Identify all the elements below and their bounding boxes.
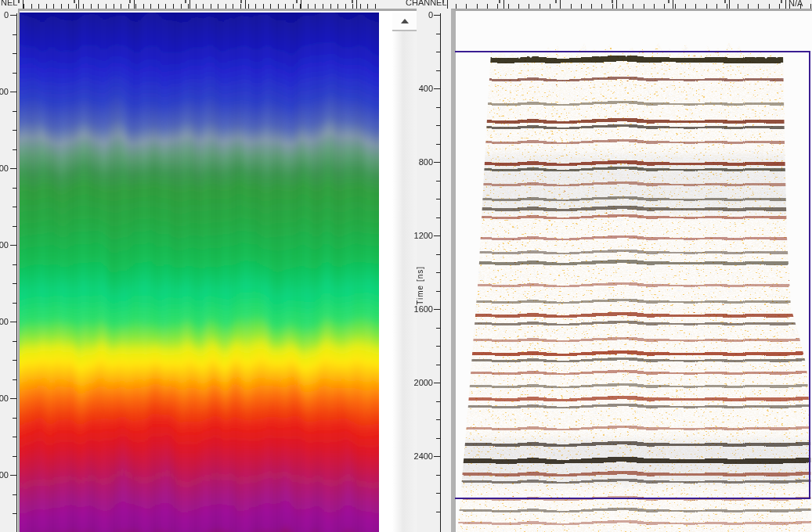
y-axis-tick-label: 2000 [414,378,433,387]
left-panel [18,9,417,532]
y-axis-tick-label: 00 [0,317,9,326]
y-minor-tick [436,107,440,108]
y-minor-tick [13,111,16,112]
right-panel [451,9,812,532]
y-major-tick [10,15,16,16]
seismic-reflector [456,141,812,143]
y-minor-tick [13,360,16,361]
y-axis-tick-label: 00 [0,87,9,96]
x-major-tick [134,0,135,9]
y-minor-tick [13,207,16,207]
y-major-tick [10,92,16,92]
y-major-tick [434,383,440,383]
seismic-reflector [456,522,812,524]
seismic-reflector [456,300,812,303]
x-major-tick [729,0,730,9]
seismic-reflector [456,261,812,264]
y-minor-tick [13,226,16,227]
x-major-tick [78,0,79,9]
y-minor-tick [436,401,440,402]
seismic-reflector [456,480,812,483]
seismic-reflector [456,498,812,500]
y-minor-tick [13,303,16,304]
y-axis-tick-label: 1600 [414,304,433,314]
seismic-reflector [456,216,812,218]
y-minor-tick [436,493,440,494]
up-arrow-icon [401,19,409,23]
seismic-reflector [456,509,812,512]
seismic-reflector [456,473,812,476]
seismic-reflector [456,372,812,374]
clipped-axis-label-stub [18,0,20,3]
seismic-reflector [456,405,812,408]
seismic-reflector [456,427,812,430]
seismic-reflector [456,385,812,387]
seismic-reflector [456,251,812,253]
y-minor-tick [13,34,16,35]
clipped-axis-label-stub [129,0,131,3]
time-axis-title: Time [ns] [416,266,424,305]
y-minor-tick [436,328,440,329]
y-major-tick [10,398,16,399]
x-major-tick [301,0,301,9]
y-minor-tick [13,130,16,131]
x-major-tick [560,0,561,9]
y-axis-tick-label: 800 [419,157,433,167]
color-map-streaks [20,13,379,532]
y-axis-tick-label: 00 [0,470,9,480]
y-minor-tick [436,365,440,365]
x-major-tick [189,0,190,9]
right-panel-header-label: CHANNEL [406,0,447,7]
y-minor-tick [436,144,440,145]
y-major-tick [434,15,440,16]
seismic-reflector [456,162,812,165]
color-map-image[interactable] [20,13,379,532]
y-minor-tick [13,264,16,265]
y-minor-tick [436,52,440,52]
seismic-reflector [456,57,812,63]
y-minor-tick [436,70,440,71]
y-axis-tick-label: 400 [419,84,433,93]
seismic-reflector [456,284,812,286]
y-minor-tick [13,418,16,419]
x-major-tick [356,0,357,9]
clipped-axis-label-stub [612,0,613,3]
x-major-tick [673,0,673,9]
y-minor-tick [436,125,440,126]
y-minor-tick [436,475,440,476]
left-panel-header-label: NEL [1,0,17,7]
x-major-tick [785,0,786,9]
y-minor-tick [436,254,440,255]
seismic-reflector [456,322,812,325]
seismic-reflector [456,198,812,200]
y-major-tick [434,456,440,457]
clipped-axis-label-stub [352,0,353,3]
clipped-axis-label-stub [74,0,75,3]
seismic-reflector [456,120,812,123]
seismic-reflector [456,183,812,185]
x-major-tick [245,0,246,9]
y-minor-tick [436,346,440,347]
seismic-reflector [456,207,812,210]
scroll-up-button[interactable] [392,13,417,31]
seismic-reflector [456,458,812,463]
y-major-tick [434,235,440,236]
seismic-reflector [456,314,812,317]
vertical-scrollbar[interactable] [392,13,417,532]
y-minor-tick [436,512,440,512]
seismic-image[interactable] [456,13,812,532]
app-window: NEL CHANNEL N/A Time [ns] 00000000000000… [0,0,812,532]
y-major-tick [10,245,16,246]
clipped-axis-label-stub [668,0,669,3]
clipped-axis-label-stub [555,0,557,3]
y-minor-tick [436,217,440,218]
y-minor-tick [13,149,16,150]
y-axis-line [440,13,441,532]
y-axis-tick-label: 2400 [414,451,433,461]
y-minor-tick [436,199,440,200]
y-major-tick [434,309,440,310]
y-minor-tick [436,419,440,420]
x-major-tick [503,0,504,9]
y-minor-tick [13,73,16,74]
clipped-axis-label-stub [296,0,298,3]
